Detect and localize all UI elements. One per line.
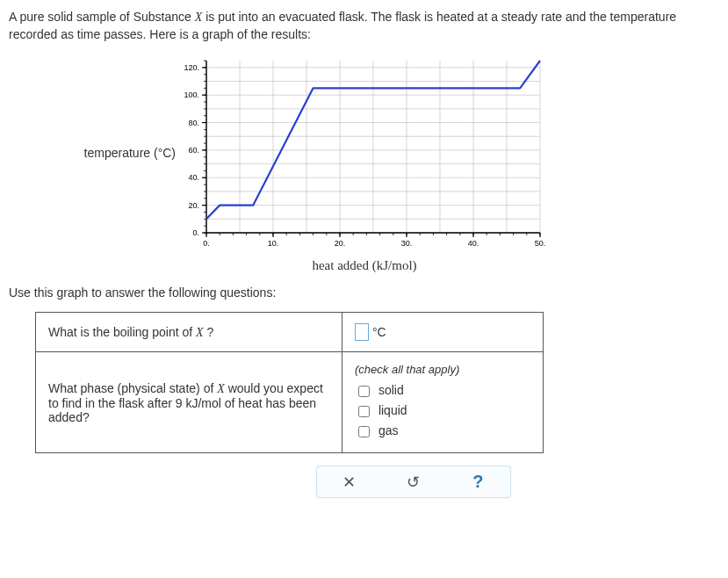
q2-answer-cell: (check all that apply) solid liquid gas — [342, 352, 544, 453]
svg-text:50.: 50. — [535, 239, 546, 248]
intro-variable-x: X — [195, 11, 203, 24]
q1-prompt-cell: What is the boiling point of X ? — [36, 313, 342, 352]
problem-intro: A pure solid sample of Substance X is pu… — [9, 9, 719, 43]
svg-text:10.: 10. — [268, 239, 279, 248]
q2-prompt-cell: What phase (physical state) of X would y… — [36, 352, 342, 453]
svg-text:80.: 80. — [188, 119, 199, 127]
close-icon[interactable]: ✕ — [336, 473, 363, 492]
q2-check-instruction: (check all that apply) — [355, 363, 530, 376]
svg-text:60.: 60. — [188, 146, 199, 155]
svg-text:0.: 0. — [192, 228, 199, 237]
svg-text:0.: 0. — [203, 239, 210, 248]
heating-curve-chart: 0.10.20.30.40.50.0.20.40.60.80.100.120. — [180, 52, 549, 254]
phase-option-solid[interactable]: solid — [355, 383, 404, 397]
checkbox-liquid[interactable] — [358, 406, 370, 417]
subprompt-text: Use this graph to answer the following q… — [9, 285, 719, 300]
svg-text:20.: 20. — [188, 201, 199, 210]
reset-icon[interactable]: ↺ — [400, 473, 427, 492]
chart-container: temperature (°C) 0.10.20.30.40.50.0.20.4… — [9, 52, 719, 254]
checkbox-solid[interactable] — [358, 386, 370, 397]
checkbox-gas[interactable] — [358, 426, 370, 437]
y-axis-label: temperature (°C) — [9, 146, 180, 160]
svg-text:100.: 100. — [184, 90, 199, 99]
chart-plot-area: 0.10.20.30.40.50.0.20.40.60.80.100.120. — [180, 52, 549, 254]
question-table: What is the boiling point of X ? °C What… — [35, 312, 544, 453]
svg-text:40.: 40. — [468, 239, 479, 248]
help-icon[interactable]: ? — [465, 472, 491, 492]
x-axis-label: heat added (kJ/mol) — [180, 258, 549, 273]
svg-text:40.: 40. — [188, 173, 199, 182]
svg-text:120.: 120. — [184, 63, 199, 72]
boiling-point-unit: °C — [372, 325, 386, 339]
svg-text:20.: 20. — [335, 239, 346, 248]
q1-answer-cell: °C — [342, 313, 544, 352]
phase-option-liquid[interactable]: liquid — [355, 403, 407, 417]
phase-option-gas[interactable]: gas — [355, 423, 398, 437]
answer-toolbar: ✕ ↺ ? — [316, 466, 511, 498]
intro-text-pre: A pure solid sample of Substance — [9, 10, 195, 24]
boiling-point-input[interactable] — [355, 323, 369, 341]
svg-text:30.: 30. — [401, 239, 413, 248]
